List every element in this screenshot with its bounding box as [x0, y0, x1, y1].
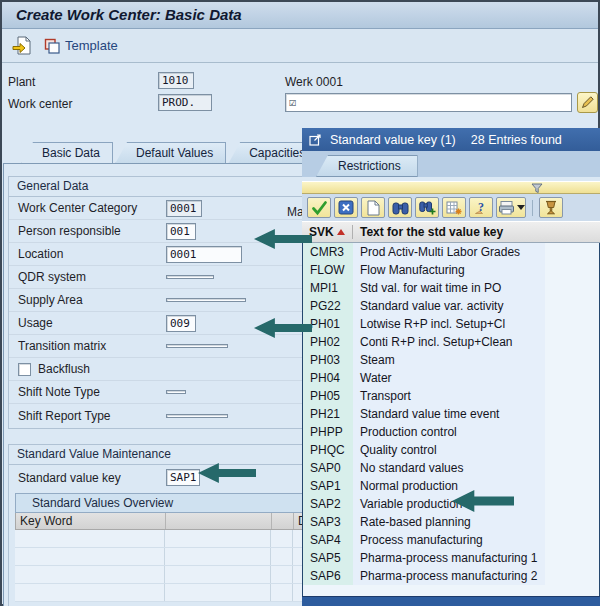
- svk-text: Flow Manufacturing: [353, 261, 545, 279]
- row-gutter: [545, 369, 599, 387]
- tab-basic-data[interactable]: Basic Data: [21, 142, 113, 164]
- row-gutter: [545, 423, 599, 441]
- svk-text: Quality control: [353, 441, 545, 459]
- svk-text: Std val. for wait time in PO: [353, 279, 545, 297]
- continue-check-icon[interactable]: [307, 197, 331, 218]
- standard-value-key-field[interactable]: SAP1: [166, 469, 200, 486]
- work-center-category-field[interactable]: 0001: [166, 200, 202, 217]
- row-gutter: [545, 477, 599, 495]
- list-item[interactable]: MPI1 Std val. for wait time in PO: [303, 279, 599, 297]
- find-icon[interactable]: [388, 197, 412, 218]
- list-item[interactable]: CMR3 Prod Activ-Multi Labor Grades: [303, 243, 599, 261]
- list-item[interactable]: PH01 Lotwise R+P incl. Setup+Cl: [303, 315, 599, 333]
- template-button-label: Template: [65, 38, 118, 53]
- svk-text: Conti R+P incl. Setup+Clean: [353, 333, 545, 351]
- find-next-icon[interactable]: [415, 197, 439, 218]
- row-gutter: [545, 405, 599, 423]
- col-key-word[interactable]: Key Word: [16, 513, 166, 529]
- svk-code: SAP3: [303, 513, 353, 531]
- filter-funnel-icon: [531, 183, 543, 194]
- list-item[interactable]: PH04 Water: [303, 369, 599, 387]
- row-gutter: [545, 351, 599, 369]
- svk-text: Rate-based planning: [353, 513, 545, 531]
- multiple-selection-icon[interactable]: [442, 197, 466, 218]
- supply-area-field[interactable]: [166, 298, 246, 302]
- shift-report-type-field[interactable]: [166, 414, 228, 418]
- transition-matrix-field[interactable]: [166, 344, 228, 348]
- filter-strip[interactable]: [302, 181, 600, 194]
- list-item[interactable]: PHQC Quality control: [303, 441, 599, 459]
- list-item[interactable]: SAP0 No standard values: [303, 459, 599, 477]
- backflush-label: Backflush: [38, 362, 186, 376]
- person-responsible-label: Person responsible: [18, 224, 166, 238]
- svk-code: PHPP: [303, 423, 353, 441]
- copy-template-icon: [44, 38, 60, 54]
- popup-toolbar: ?: [302, 194, 600, 221]
- list-item[interactable]: SAP1 Normal production: [303, 477, 599, 495]
- svk-code: SAP0: [303, 459, 353, 477]
- col-blank-2: [272, 513, 294, 529]
- list-item[interactable]: SAP4 Process manufacturing: [303, 531, 599, 549]
- svk-code: SAP6: [303, 567, 353, 585]
- popup-bottom-edge: [302, 596, 600, 606]
- personal-value-list-icon[interactable]: [539, 197, 563, 218]
- svk-code: SAP2: [303, 495, 353, 513]
- list-item[interactable]: FLOW Flow Manufacturing: [303, 261, 599, 279]
- list-item[interactable]: SAP2 Variable production: [303, 495, 599, 513]
- svk-text: Standard value var. activity: [353, 297, 545, 315]
- work-center-description-field[interactable]: ☑: [285, 93, 572, 112]
- list-item[interactable]: PH02 Conti R+P incl. Setup+Clean: [303, 333, 599, 351]
- popup-titlebar[interactable]: Standard value key (1) 28 Entries found: [302, 128, 600, 151]
- svk-text: Water: [353, 369, 545, 387]
- backflush-checkbox[interactable]: [18, 363, 31, 376]
- template-button[interactable]: Template: [44, 38, 118, 54]
- list-header-row: SVK Text for the std value key: [302, 221, 600, 243]
- page-with-arrow-icon[interactable]: [12, 36, 32, 55]
- tab-restrictions[interactable]: Restrictions: [316, 155, 418, 177]
- row-gutter: [545, 441, 599, 459]
- text-column-header[interactable]: Text for the std value key: [352, 225, 600, 239]
- list-item[interactable]: PH03 Steam: [303, 351, 599, 369]
- shift-note-type-field[interactable]: [166, 390, 186, 394]
- qdr-system-label: QDR system: [18, 270, 166, 284]
- list-item[interactable]: PH21 Standard value time event: [303, 405, 599, 423]
- row-gutter: [545, 549, 599, 567]
- window-titlebar: Create Work Center: Basic Data: [2, 2, 598, 29]
- print-icon[interactable]: [496, 197, 526, 218]
- list-item[interactable]: SAP5 Pharma-process manufacturing 1: [303, 549, 599, 567]
- cancel-icon[interactable]: [334, 197, 358, 218]
- sort-ascending-icon: [337, 229, 345, 235]
- usage-label: Usage: [18, 316, 166, 330]
- svk-text: No standard values: [353, 459, 545, 477]
- list-item[interactable]: PHPP Production control: [303, 423, 599, 441]
- work-center-field[interactable]: PROD.: [158, 94, 212, 111]
- svk-code: SAP1: [303, 477, 353, 495]
- svk-list: CMR3 Prod Activ-Multi Labor Grades FLOW …: [302, 243, 600, 596]
- sap-window: Create Work Center: Basic Data Template …: [0, 0, 600, 606]
- list-item[interactable]: SAP3 Rate-based planning: [303, 513, 599, 531]
- help-icon[interactable]: ?: [469, 197, 493, 218]
- location-field[interactable]: 0001: [166, 246, 242, 263]
- svk-code: PH04: [303, 369, 353, 387]
- checked-checkbox-glyph: ☑: [289, 96, 296, 109]
- person-responsible-field[interactable]: 001: [166, 223, 196, 240]
- svk-code: PH02: [303, 333, 353, 351]
- svk-text: Pharma-process manufacturing 2: [353, 567, 545, 585]
- list-item[interactable]: SAP6 Pharma-process manufacturing 2: [303, 567, 599, 585]
- svk-code: PH03: [303, 351, 353, 369]
- usage-field[interactable]: 009: [166, 315, 196, 332]
- pencil-icon: [581, 96, 594, 109]
- print-dropdown-caret: [517, 205, 525, 210]
- qdr-system-field[interactable]: [166, 275, 214, 279]
- list-item[interactable]: PG22 Standard value var. activity: [303, 297, 599, 315]
- list-item[interactable]: PH05 Transport: [303, 387, 599, 405]
- tab-default-values[interactable]: Default Values: [115, 142, 226, 164]
- row-gutter: [545, 495, 599, 513]
- svk-code: PG22: [303, 297, 353, 315]
- reset-page-icon[interactable]: [361, 197, 385, 218]
- svk-column-label: SVK: [309, 225, 334, 239]
- edit-long-text-button[interactable]: [577, 92, 598, 113]
- plant-field[interactable]: 1010: [158, 72, 194, 89]
- svk-text: Production control: [353, 423, 545, 441]
- application-toolbar: Template: [2, 29, 598, 63]
